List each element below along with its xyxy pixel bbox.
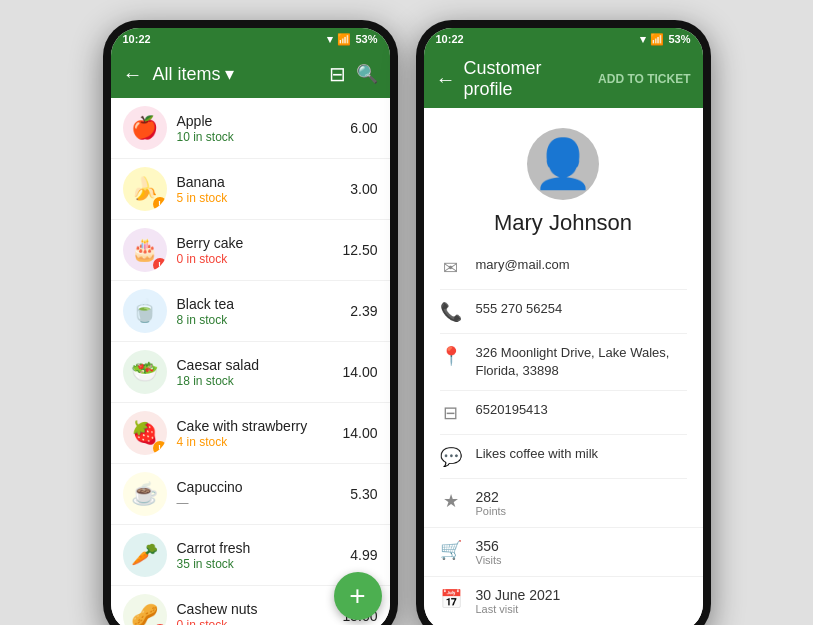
list-item[interactable]: 🍌 ! Banana 5 in stock 3.00: [111, 159, 390, 220]
barcode-icon[interactable]: ⊟: [329, 62, 346, 86]
item-stock: 8 in stock: [177, 313, 328, 327]
app-bar-title-1: All items ▾: [153, 63, 319, 85]
badge-orange: !: [153, 197, 167, 211]
item-list: 🍎 Apple 10 in stock 6.00 🍌 ! Banana 5 in…: [111, 98, 390, 625]
item-info: Caesar salad 18 in stock: [177, 357, 328, 388]
id-icon: ⊟: [440, 402, 462, 424]
item-price: 2.39: [338, 303, 378, 319]
last-visit-value: 30 June 2021: [476, 587, 561, 603]
dropdown-icon[interactable]: ▾: [225, 63, 234, 85]
wifi-icon: ▾: [327, 33, 333, 46]
badge-red: !: [153, 258, 167, 272]
last-visit-label: Last visit: [476, 603, 561, 615]
item-name: Caesar salad: [177, 357, 328, 373]
item-name: Capuccino: [177, 479, 328, 495]
item-price: 14.00: [338, 425, 378, 441]
item-price: 12.50: [338, 242, 378, 258]
item-name: Cashew nuts: [177, 601, 328, 617]
avatar-section: 👤 Mary Johnson: [424, 108, 703, 246]
customer-id-value: 6520195413: [476, 401, 548, 419]
add-item-fab[interactable]: +: [334, 572, 382, 620]
list-item[interactable]: 🍎 Apple 10 in stock 6.00: [111, 98, 390, 159]
item-name: Carrot fresh: [177, 540, 328, 556]
profile-info-list: ✉ mary@mail.com 📞 555 270 56254 📍 326 Mo…: [424, 246, 703, 479]
phone-row: 📞 555 270 56254: [440, 290, 687, 334]
location-icon: 📍: [440, 345, 462, 367]
list-item[interactable]: ☕ Capuccino — 5.30: [111, 464, 390, 525]
list-item[interactable]: 🍓 ! Cake with strawberry 4 in stock 14.0…: [111, 403, 390, 464]
item-name: Banana: [177, 174, 328, 190]
item-stock: 5 in stock: [177, 191, 328, 205]
item-stock: 4 in stock: [177, 435, 328, 449]
points-value: 282: [476, 489, 507, 505]
badge-orange: !: [153, 441, 167, 455]
item-info: Capuccino —: [177, 479, 328, 510]
last-visit-row: 📅 30 June 2021 Last visit: [424, 577, 703, 625]
item-icon: 🥗: [123, 350, 167, 394]
status-bar-1: 10:22 ▾ 📶 53%: [111, 28, 390, 50]
battery-1: 53%: [355, 33, 377, 45]
item-info: Banana 5 in stock: [177, 174, 328, 205]
star-icon: ★: [440, 490, 462, 512]
list-item[interactable]: 🥗 Caesar salad 18 in stock 14.00: [111, 342, 390, 403]
email-icon: ✉: [440, 257, 462, 279]
visits-icon: 🛒: [440, 539, 462, 561]
item-list-container: 🍎 Apple 10 in stock 6.00 🍌 ! Banana 5 in…: [111, 98, 390, 625]
item-info: Cashew nuts 0 in stock: [177, 601, 328, 626]
phone-value: 555 270 56254: [476, 300, 563, 318]
phone-2: 10:22 ▾ 📶 53% ← Customer profile ADD TO …: [416, 20, 711, 625]
all-items-label: All items: [153, 64, 221, 85]
list-item[interactable]: 🎂 ! Berry cake 0 in stock 12.50: [111, 220, 390, 281]
status-bar-2: 10:22 ▾ 📶 53%: [424, 28, 703, 50]
item-price: 6.00: [338, 120, 378, 136]
item-icon: 🍓 !: [123, 411, 167, 455]
status-icons-1: ▾ 📶 53%: [327, 33, 377, 46]
item-icon: 🥕: [123, 533, 167, 577]
back-button-2[interactable]: ←: [436, 68, 456, 91]
points-row: ★ 282 Points: [424, 479, 703, 528]
email-value: mary@mail.com: [476, 256, 570, 274]
signal-icon: 📶: [337, 33, 351, 46]
wifi-icon-2: ▾: [640, 33, 646, 46]
item-price: 14.00: [338, 364, 378, 380]
note-value: Likes coffee with milk: [476, 445, 599, 463]
add-to-ticket-button[interactable]: ADD TO TICKET: [598, 72, 690, 86]
phone-icon: 📞: [440, 301, 462, 323]
battery-2: 53%: [668, 33, 690, 45]
item-icon: 🥜 !: [123, 594, 167, 625]
email-row: ✉ mary@mail.com: [440, 246, 687, 290]
item-price: 3.00: [338, 181, 378, 197]
address-value: 326 Moonlight Drive, Lake Wales, Florida…: [476, 344, 687, 380]
list-item[interactable]: 🍵 Black tea 8 in stock 2.39: [111, 281, 390, 342]
note-row: 💬 Likes coffee with milk: [440, 435, 687, 479]
visits-value: 356: [476, 538, 502, 554]
item-icon: 🎂 !: [123, 228, 167, 272]
note-icon: 💬: [440, 446, 462, 468]
item-info: Cake with strawberry 4 in stock: [177, 418, 328, 449]
profile-title: Customer profile: [464, 58, 591, 100]
app-bar-1: ← All items ▾ ⊟ 🔍: [111, 50, 390, 98]
item-stock: 10 in stock: [177, 130, 328, 144]
customer-id-row: ⊟ 6520195413: [440, 391, 687, 435]
profile-name: Mary Johnson: [494, 210, 632, 236]
item-stock: 18 in stock: [177, 374, 328, 388]
app-bar-icons-1: ⊟ 🔍: [329, 62, 378, 86]
signal-icon-2: 📶: [650, 33, 664, 46]
item-info: Apple 10 in stock: [177, 113, 328, 144]
item-icon: ☕: [123, 472, 167, 516]
item-price: 4.99: [338, 547, 378, 563]
back-button-1[interactable]: ←: [123, 63, 143, 86]
visits-row: 🛒 356 Visits: [424, 528, 703, 577]
points-label: Points: [476, 505, 507, 517]
visits-label: Visits: [476, 554, 502, 566]
profile-body: 👤 Mary Johnson ✉ mary@mail.com 📞 555 270…: [424, 108, 703, 625]
search-icon[interactable]: 🔍: [356, 63, 378, 85]
item-price: 5.30: [338, 486, 378, 502]
item-name: Cake with strawberry: [177, 418, 328, 434]
visits-info: 356 Visits: [476, 538, 502, 566]
item-info: Black tea 8 in stock: [177, 296, 328, 327]
time-2: 10:22: [436, 33, 464, 45]
item-stock: 0 in stock: [177, 252, 328, 266]
item-name: Black tea: [177, 296, 328, 312]
item-stock: 35 in stock: [177, 557, 328, 571]
